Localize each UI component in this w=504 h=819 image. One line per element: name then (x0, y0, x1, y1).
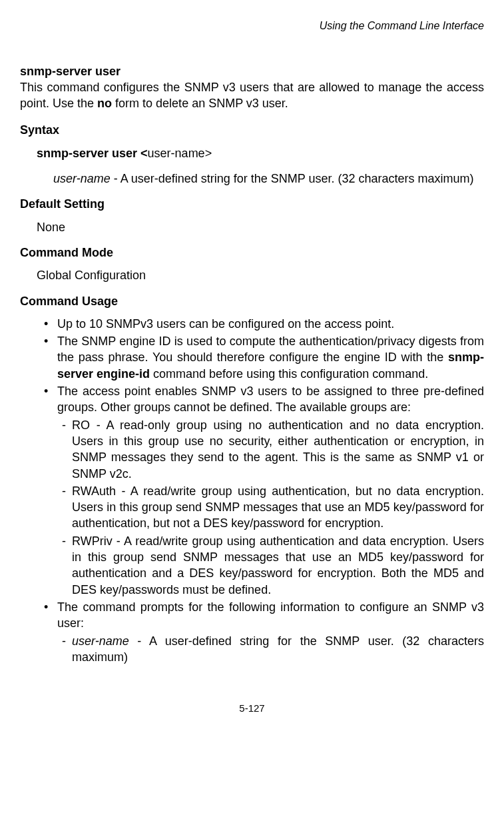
usage-list: Up to 10 SNMPv3 users can be configured … (20, 316, 484, 665)
param-desc: - A user-defined string for the SNMP use… (111, 172, 474, 185)
syntax-line: snmp-server user <user-name> (37, 145, 484, 161)
u3-text: The access point enables SNMP v3 users t… (57, 385, 484, 414)
group-item-ro: RO - A read-only group using no authenti… (72, 417, 484, 482)
default-heading: Default Setting (20, 196, 484, 212)
u4a-italic: user-name (72, 634, 129, 648)
group-item-rwauth: RWAuth - A read/write group using authen… (72, 483, 484, 532)
mode-heading: Command Mode (20, 245, 484, 261)
u2-pre: The SNMP engine ID is used to compute th… (57, 335, 484, 364)
group-item-rwpriv: RWPriv - A read/write group using authen… (72, 533, 484, 598)
command-title: snmp-server user (20, 63, 484, 79)
usage-item: The SNMP engine ID is used to compute th… (57, 333, 484, 382)
command-description: This command configures the SNMP v3 user… (20, 79, 484, 112)
syntax-bold: snmp-server user < (37, 147, 148, 160)
page-number: 5-127 (20, 702, 484, 715)
syntax-heading: Syntax (20, 122, 484, 138)
param-name: user-name (53, 172, 111, 185)
mode-value: Global Configuration (37, 267, 484, 283)
u4a-rest: - A user-defined string for the SNMP use… (72, 634, 484, 664)
running-header: Using the Command Line Interface (20, 19, 484, 33)
desc-post: form to delete an SNMP v3 user. (112, 97, 288, 110)
syntax-param: user-name - A user-defined string for th… (53, 171, 484, 187)
usage-item: The access point enables SNMP v3 users t… (57, 383, 484, 598)
prompt-list: user-name - A user-defined string for th… (57, 633, 484, 666)
usage-item: The command prompts for the following in… (57, 599, 484, 665)
prompt-item-username: user-name - A user-defined string for th… (72, 633, 484, 666)
default-value: None (37, 219, 484, 235)
syntax-rest: user-name> (148, 147, 212, 160)
usage-item: Up to 10 SNMPv3 users can be configured … (57, 316, 484, 332)
usage-heading: Command Usage (20, 293, 484, 309)
desc-bold-no: no (97, 97, 112, 110)
u4-text: The command prompts for the following in… (57, 600, 484, 630)
group-list: RO - A read-only group using no authenti… (57, 417, 484, 598)
u2-post: command before using this configuration … (150, 367, 428, 381)
